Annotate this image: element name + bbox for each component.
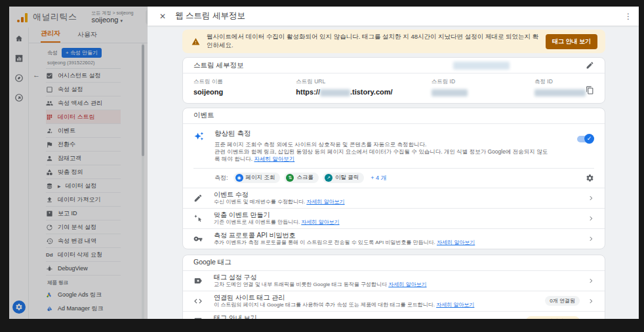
connected-tags-icon [193,297,203,306]
stream-url-value: https://.tistory.com/ [296,88,431,96]
data-collection-warning-banner: 웹사이트에서 데이터 수집이 활성화되어 있지 않습니다. 태그를 설치한 지 … [182,30,605,53]
no-data-received-badge: 수신된 데이터 없음 [526,316,580,319]
pill-outbound-click: ↗이탈 클릭 [323,173,364,183]
redacted-stream-id [432,89,468,96]
enhanced-measurement-desc2: 관련 이벤트와 함께 링크, 삽입된 동영상 등의 페이지 요소에서 데이터가 … [214,148,548,163]
redacted-url-part [320,89,350,96]
redacted-text [453,62,510,70]
measuring-row: 측정: ◉페이지 조회 ⇅스크롤 ↗이탈 클릭 + 4 개 [183,169,605,188]
more-measurements-link[interactable]: + 4 개 [371,174,386,182]
chevron-right-icon [588,298,594,304]
web-stream-details-panel: ✕ 웹 스트림 세부정보 ⋮ 웹사이트에서 데이터 수집이 활성화되어 있지 않… [148,7,639,319]
learn-more-link[interactable]: 자세히 알아보기 [254,156,294,162]
learn-more-link[interactable]: 자세히 알아보기 [437,239,475,245]
redacted-measurement-id [534,89,586,96]
view-tag-instructions-button[interactable]: 태그 안내 보기 [546,34,597,49]
google-tag-card: Google 태그 태그 설정 구성 교차 도메인 연결 및 내부 트래픽을 비… [182,255,605,319]
learn-more-link[interactable]: 자세히 알아보기 [306,199,344,205]
events-card: 이벤트 향상된 측정 표준 페이지 조회수 측정 외에도 사이트의 상호작용 및… [182,108,605,249]
view-tag-instructions-row[interactable]: 태그 안내 보기 이 데이터 스트림에 Google 태그를 구현하는 방법을 … [183,311,605,319]
stream-name-value: soijeong [193,88,296,96]
chevron-right-icon [588,318,594,319]
analytics-app-window: 애널리틱스 모든 계정 > soijeong soijeong ▾ "애널리틱 … [9,7,639,319]
chevron-right-icon [588,195,594,201]
stream-details-header: 스트림 세부정보 [193,61,243,70]
stream-details-card: 스트림 세부정보 스트림 이름 soijeong 스트림 URL https:/… [182,57,605,104]
connected-count-badge: 0개 연결됨 [545,296,580,306]
learn-more-link[interactable]: 자세히 알아보기 [436,302,474,308]
google-tag-header: Google 태그 [193,258,231,267]
learn-more-link[interactable]: 자세히 알아보기 [388,281,426,287]
stream-id-label: 스트림 ID [432,78,534,86]
kebab-menu-icon[interactable]: ⋮ [624,12,632,21]
enhanced-measurement-title: 향상된 측정 [214,129,594,138]
stream-name-label: 스트림 이름 [193,78,296,86]
scroll-icon: ⇅ [286,174,294,182]
warning-icon [191,37,200,46]
create-custom-event-icon [193,214,203,223]
measurement-id-label: 측정 ID [534,78,586,86]
create-custom-event-row[interactable]: 맞춤 이벤트 만들기 기존 이벤트로 새 이벤트를 만듭니다. 자세히 알아보기 [183,208,605,228]
enhanced-measurement-desc1: 표준 페이지 조회수 측정 외에도 사이트의 상호작용 및 콘텐츠를 자동으로 … [214,141,548,148]
chevron-right-icon [588,215,594,222]
enhanced-measurement-toggle[interactable]: ✓ [577,136,593,142]
measurement-protocol-api-row[interactable]: 측정 프로토콜 API 비밀번호 추가 이벤트가 측정 프로토콜을 통해 이 스… [183,228,605,249]
outbound-click-icon: ↗ [325,174,332,182]
close-icon[interactable]: ✕ [159,12,166,21]
enhanced-measurement-section: 향상된 측정 표준 페이지 조회수 측정 외에도 사이트의 상호작용 및 콘텐츠… [183,124,605,168]
chevron-right-icon [588,278,594,284]
tag-settings-row[interactable]: 태그 설정 구성 교차 도메인 연결 및 내부 트래픽을 비롯한 Google … [183,271,605,291]
learn-more-link[interactable]: 자세히 알아보기 [301,219,339,225]
panel-header: ✕ 웹 스트림 세부정보 ⋮ [148,7,639,26]
measuring-label: 측정: [214,174,228,182]
pill-scroll: ⇅스크롤 [284,173,319,183]
pageview-icon: ◉ [235,174,243,182]
modify-events-icon [193,194,203,203]
edit-icon[interactable] [586,61,594,70]
copy-icon[interactable] [586,86,594,94]
enhanced-measurement-sparkle-icon [194,131,204,141]
stream-url-label: 스트림 URL [296,78,431,86]
chevron-right-icon [588,236,594,242]
enhanced-measurement-settings-gear-icon[interactable] [586,174,594,182]
api-secret-icon [193,234,203,243]
pill-page-view: ◉페이지 조회 [233,173,281,183]
tag-instructions-icon [193,317,203,319]
panel-body: 웹사이트에서 데이터 수집이 활성화되어 있지 않습니다. 태그를 설치한 지 … [148,26,639,319]
tag-settings-icon [193,276,203,285]
connected-site-tags-row[interactable]: 연결된 사이트 태그 관리 이 스트림의 페이지 내 Google 태그를 사용… [183,291,605,311]
modify-events-row[interactable]: 이벤트 수정 수신 이벤트 및 매개변수를 수정합니다. 자세히 알아보기 [183,188,605,208]
events-header: 이벤트 [193,111,214,120]
toggle-check-icon: ✓ [584,134,594,144]
warning-text: 웹사이트에서 데이터 수집이 활성화되어 있지 않습니다. 태그를 설치한 지 … [207,33,539,50]
panel-title: 웹 스트림 세부정보 [175,10,624,22]
